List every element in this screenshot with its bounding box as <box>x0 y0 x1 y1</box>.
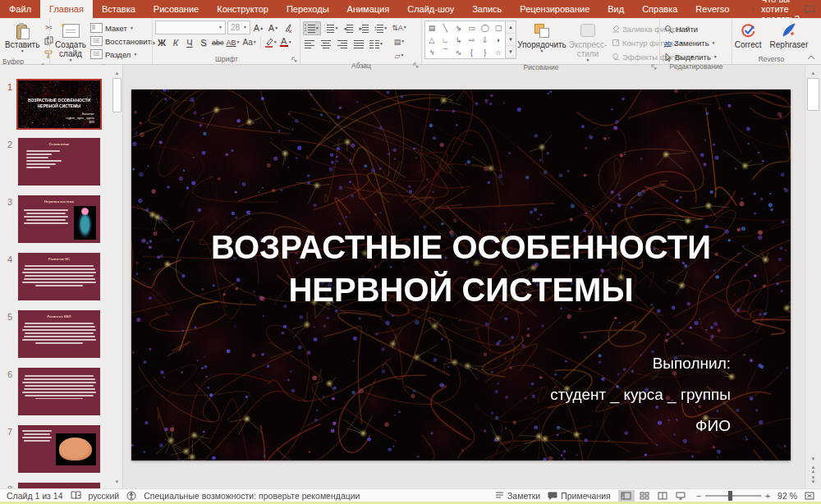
shape-textbox[interactable]: ▤ <box>429 24 436 32</box>
line-spacing-button[interactable]: ↕▼ <box>373 22 388 34</box>
shape-rectangle[interactable]: ▭ <box>468 24 475 32</box>
columns-button[interactable]: ▼ <box>369 38 384 50</box>
reset-button[interactable]: Восстановить <box>89 35 157 47</box>
gallery-more-button[interactable]: ▼ <box>506 46 516 58</box>
thumb-scroll-thumb[interactable] <box>112 78 122 112</box>
reverso-rephraser-button[interactable]: Rephraser <box>768 21 811 50</box>
accessibility-status[interactable]: Специальные возможности: проверьте реком… <box>144 491 360 501</box>
tab-справка[interactable]: Справка <box>633 0 686 18</box>
shapes-gallery[interactable]: ▤╲⇘▭◯▢ △∟↳⇨⇩◗ ϟ⌒∿{}☆ <box>424 21 506 59</box>
align-right-button[interactable] <box>336 38 349 50</box>
slide-thumbnail-2[interactable]: Оглавление <box>18 138 100 186</box>
tab-главная[interactable]: Главная <box>40 0 93 18</box>
shape-right-brace[interactable]: } <box>484 48 486 57</box>
zoom-slider[interactable] <box>705 495 761 497</box>
zoom-percentage[interactable]: 92 % <box>777 491 797 501</box>
scroll-up-arrow[interactable]: ▲ <box>808 68 819 78</box>
font-dialog-launcher[interactable] <box>291 57 297 62</box>
tab-reverso[interactable]: Reverso <box>686 0 738 18</box>
slide-thumbnail-7[interactable] <box>18 425 100 473</box>
text-highlight-button[interactable]: ▼ <box>264 36 278 48</box>
decrease-indent-button[interactable]: ◂ <box>342 22 355 34</box>
thumbnail-scrollbar[interactable]: ▲ ▼ <box>112 68 122 487</box>
change-case-button[interactable]: Аа▼ <box>241 36 257 48</box>
reading-view-button[interactable] <box>654 490 671 502</box>
tell-me-box[interactable]: Что вы хотите сделать? <box>738 0 805 18</box>
zoom-slider-thumb[interactable] <box>728 491 732 501</box>
slide-sorter-view-button[interactable] <box>636 490 653 502</box>
paste-button[interactable]: Вставить ▼ <box>2 21 42 54</box>
shape-arrow-line[interactable]: ⇘ <box>456 24 462 32</box>
spellcheck-book-icon[interactable] <box>71 491 81 500</box>
tab-анимация[interactable]: Анимация <box>338 0 399 18</box>
tab-вставка[interactable]: Вставка <box>93 0 144 18</box>
comments-toggle[interactable]: Примечания <box>548 491 611 501</box>
convert-smartart-button[interactable]: ▱▼ <box>391 49 408 62</box>
slide-thumbnail-4[interactable]: Развитие НС <box>18 253 100 300</box>
notes-toggle[interactable]: Заметки <box>495 491 540 501</box>
main-vertical-scrollbar[interactable]: ▲ ▼ ▲▲ ▼▼ <box>805 65 821 488</box>
arrange-button[interactable]: Упорядочить ▼ <box>518 21 566 54</box>
bullets-button[interactable]: • • •▼ <box>303 21 321 35</box>
font-name-combobox[interactable]: ▼ <box>155 21 226 34</box>
text-direction-button[interactable]: ⇅A▼ <box>391 21 408 34</box>
select-button[interactable]: Выделить▼ <box>663 51 719 62</box>
slide-thumbnail-1[interactable]: ВОЗРАСТНЫЕ ОСОБЕННОСТИНЕРВНОЙ СИСТЕМЫВып… <box>18 80 100 128</box>
strikethrough-button[interactable]: abc <box>211 36 225 48</box>
shape-curve[interactable]: ∿ <box>456 48 462 57</box>
shrink-font-button[interactable]: А▼ <box>267 21 280 34</box>
shape-callout[interactable]: ◗ <box>496 36 500 44</box>
quick-styles-button[interactable]: Экспресс-стили ▼ <box>567 21 608 63</box>
comments-shortcut-button[interactable] <box>805 0 821 18</box>
new-slide-button[interactable]: ✦ Создать слайд ▼ <box>53 21 89 63</box>
shape-right-arrow[interactable]: ⇨ <box>469 36 475 44</box>
shape-rounded-rectangle[interactable]: ▢ <box>495 24 502 32</box>
replace-button[interactable]: abЗаменить▼ <box>663 37 719 48</box>
scroll-thumb[interactable] <box>807 78 819 111</box>
thumb-scroll-up-arrow[interactable]: ▲ <box>112 68 123 78</box>
tab-рецензирование[interactable]: Рецензирование <box>511 0 599 18</box>
normal-view-button[interactable] <box>618 490 635 502</box>
find-button[interactable]: Найти <box>663 23 719 34</box>
shapes-gallery-scroll[interactable]: ▲▼▼ <box>506 21 516 59</box>
layout-button[interactable]: Макет▼ <box>89 22 157 34</box>
slide-thumbnail-6[interactable] <box>18 368 100 415</box>
clear-formatting-button[interactable] <box>282 21 295 34</box>
shape-left-brace[interactable]: { <box>470 48 473 57</box>
slide-thumbnail-5[interactable]: Развитие КБП <box>18 310 100 358</box>
scroll-down-arrow[interactable]: ▼ <box>808 454 819 464</box>
tab-файл[interactable]: Файл <box>0 0 40 18</box>
shape-line[interactable]: ╲ <box>443 24 447 32</box>
language-indicator[interactable]: русский <box>89 491 120 501</box>
slide-title-textbox[interactable]: ВОЗРАСТНЫЕ ОСОБЕННОСТИ НЕРВНОЙ СИСТЕМЫ <box>131 226 791 311</box>
section-button[interactable]: Раздел▼ <box>89 48 157 60</box>
underline-button[interactable]: Ч <box>183 36 196 48</box>
grow-font-button[interactable]: А▲ <box>252 21 265 34</box>
zoom-out-button[interactable]: − <box>696 491 701 501</box>
shape-down-arrow[interactable]: ⇩ <box>482 36 488 44</box>
tab-слайд-шоу[interactable]: Слайд-шоу <box>398 0 463 18</box>
gallery-up-arrow[interactable]: ▲ <box>506 21 516 34</box>
slide-counter[interactable]: Слайд 1 из 14 <box>7 491 63 501</box>
increase-indent-button[interactable]: ▸ <box>357 22 370 34</box>
align-left-button[interactable] <box>303 38 316 50</box>
tab-запись[interactable]: Запись <box>463 0 511 18</box>
reverso-correct-button[interactable]: Correct <box>732 21 764 50</box>
shape-arc[interactable]: ⌒ <box>442 47 449 57</box>
align-text-button[interactable]: ▤▼ <box>391 35 408 48</box>
slide-canvas[interactable]: ВОЗРАСТНЫЕ ОСОБЕННОСТИ НЕРВНОЙ СИСТЕМЫ В… <box>131 89 791 460</box>
slide-credits-textbox[interactable]: Выполнил: студент _ курса _ группы ФИО <box>550 348 731 442</box>
font-size-combobox[interactable]: 28▼ <box>227 21 250 34</box>
fit-slide-to-window-icon[interactable] <box>805 492 814 500</box>
italic-button[interactable]: К <box>169 36 182 48</box>
shape-scribble[interactable]: ϟ <box>430 48 434 57</box>
gallery-down-arrow[interactable]: ▼ <box>506 34 516 46</box>
next-slide-button[interactable]: ▼▼ <box>811 476 816 483</box>
collapse-ribbon-button[interactable] <box>807 55 815 60</box>
shape-elbow[interactable]: ∟ <box>442 36 449 44</box>
slideshow-view-button[interactable] <box>672 490 689 502</box>
thumb-scroll-down-arrow[interactable]: ▼ <box>112 477 123 487</box>
shape-triangle[interactable]: △ <box>429 36 435 44</box>
tab-вид[interactable]: Вид <box>599 0 633 18</box>
bold-button[interactable]: Ж <box>155 36 168 48</box>
